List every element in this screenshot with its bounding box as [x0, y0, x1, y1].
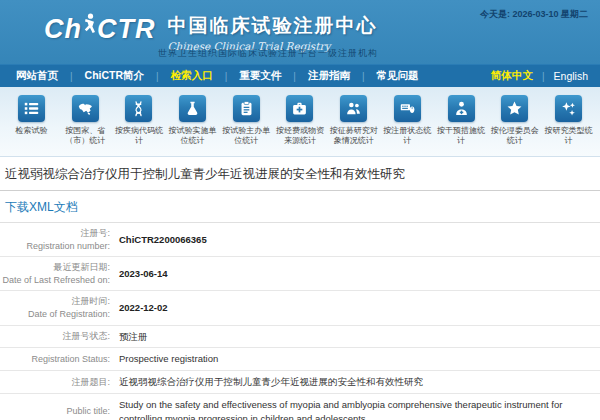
main-nav: 网站首页 ChiCTR简介 检索入口 重要文件 注册指南 常见问题 简体中文 |… — [0, 64, 600, 87]
lang-english[interactable]: English — [554, 70, 588, 82]
strip-item-search-trials[interactable]: 检索试验 — [5, 95, 58, 156]
strip-item-label: 按国家、省（市）统计 — [59, 126, 111, 147]
strip-item-by-study-type[interactable]: 按研究类型统计 — [542, 95, 595, 156]
nav-item-important-docs[interactable]: 重要文件 — [235, 69, 285, 83]
keyboard-mouse-icon — [394, 95, 421, 122]
strip-item-by-sponsor-unit[interactable]: 按试验主办单位统计 — [220, 95, 273, 156]
table-row-last-refreshed: 最近更新日期: Date of Last Refreshed on: 2023-… — [0, 257, 600, 291]
field-label: Public title: — [0, 393, 110, 420]
chictr-logo[interactable]: Ch CTR — [44, 13, 156, 46]
language-switch: 简体中文 | English — [491, 69, 588, 83]
field-value: 近视弱视综合治疗仪用于控制儿童青少年近视进展的安全性和有效性研究 — [110, 371, 600, 394]
strip-item-by-implementing-unit[interactable]: 按试验实施单位统计 — [166, 95, 219, 156]
strip-item-label: 按疾病代码统计 — [113, 126, 165, 147]
nav-item-about[interactable]: ChiCTR简介 — [81, 69, 149, 83]
strip-item-label: 按试验实施单位统计 — [167, 126, 219, 147]
field-label: 注册题目: — [0, 371, 110, 394]
table-row-registration-number: 注册号: Registration number: ChiCTR22000663… — [0, 223, 600, 257]
strip-item-label: 按经费或物资来源统计 — [274, 126, 326, 147]
runner-icon — [82, 13, 97, 46]
field-value: Study on the safety and effectiveness of… — [110, 393, 600, 420]
medkit-icon — [286, 95, 313, 122]
nav-item-home[interactable]: 网站首页 — [12, 69, 62, 83]
strip-item-by-disease-code[interactable]: 按疾病代码统计 — [112, 95, 165, 156]
strip-item-by-intervention[interactable]: 按干预措施统计 — [435, 95, 488, 156]
strip-item-by-funding-source[interactable]: 按经费或物资来源统计 — [273, 95, 326, 156]
list-numbers-icon — [18, 95, 45, 122]
flask-icon — [179, 95, 206, 122]
xml-download-bar: 下载XML文档 — [0, 191, 600, 223]
separator: | — [542, 71, 545, 82]
table-row-registration-date: 注册时间: Date of Registration: 2022-12-02 — [0, 291, 600, 325]
field-label: 注册号: Registration number: — [0, 223, 110, 257]
page: 今天是: 2026-03-10 星期二 Ch CTR 中国临床试验注册中心 Ch… — [0, 0, 600, 420]
who-registry-line: 世界卫生组织国际临床试验注册平台一级注册机构 — [158, 47, 378, 60]
strip-item-by-country-province[interactable]: 按国家、省（市）统计 — [59, 95, 112, 156]
strip-item-label: 检索试验 — [6, 126, 58, 136]
table-row-registration-status-en: Registration Status: Prospective registr… — [0, 348, 600, 371]
nav-item-registration-guide[interactable]: 注册指南 — [304, 69, 354, 83]
field-value: ChiCTR2200066365 — [110, 223, 600, 257]
field-label: 最近更新日期: Date of Last Refreshed on: — [0, 257, 110, 291]
clipboard-icon — [233, 95, 260, 122]
sparkles-icon — [555, 95, 582, 122]
strip-item-label: 按干预措施统计 — [435, 126, 487, 147]
field-label: 注册时间: Date of Registration: — [0, 291, 110, 325]
field-value: 预注册 — [110, 325, 600, 348]
doctor-icon — [448, 95, 475, 122]
statistics-icon-strip: 检索试验 按国家、省（市）统计 按疾病代码统计 按试验实施单位统计 按试验主办单… — [0, 87, 600, 157]
nav-item-faq[interactable]: 常见问题 — [373, 69, 423, 83]
nav-list: 网站首页 ChiCTR简介 检索入口 重要文件 注册指南 常见问题 — [12, 69, 423, 83]
lang-simplified-chinese[interactable]: 简体中文 — [491, 69, 533, 83]
people-icon — [340, 95, 367, 122]
strip-item-label: 按注册状态统计 — [381, 126, 433, 147]
trial-title: 近视弱视综合治疗仪用于控制儿童青少年近视进展的安全性和有效性研究 — [0, 157, 600, 191]
field-value: 2022-12-02 — [110, 291, 600, 325]
dna-icon — [125, 95, 152, 122]
field-value: 2023-06-14 — [110, 257, 600, 291]
table-row-registration-status-cn: 注册号状态: 预注册 — [0, 325, 600, 348]
strip-item-label: 按试验主办单位统计 — [220, 126, 272, 147]
nav-item-search-entry[interactable]: 检索入口 — [167, 69, 217, 83]
strip-item-by-registration-status[interactable]: 按注册状态统计 — [381, 95, 434, 156]
site-name-cn: 中国临床试验注册中心 — [168, 13, 378, 39]
logo-text-left: Ch — [44, 14, 82, 45]
table-row-public-title-cn: 注册题目: 近视弱视综合治疗仪用于控制儿童青少年近视进展的安全性和有效性研究 — [0, 371, 600, 394]
download-xml-link[interactable]: 下载XML文档 — [5, 200, 78, 214]
current-date: 今天是: 2026-03-10 星期二 — [480, 8, 588, 21]
trial-detail-table: 注册号: Registration number: ChiCTR22000663… — [0, 223, 600, 420]
field-value: Prospective registration — [110, 348, 600, 371]
strip-item-label: 按伦理委员会统计 — [489, 126, 541, 147]
world-map-icon — [72, 95, 99, 122]
star-icon — [501, 95, 528, 122]
trial-detail-main: 近视弱视综合治疗仪用于控制儿童青少年近视进展的安全性和有效性研究 下载XML文档… — [0, 157, 600, 420]
site-header: 今天是: 2026-03-10 星期二 Ch CTR 中国临床试验注册中心 Ch… — [0, 0, 600, 64]
strip-item-by-recruitment-status[interactable]: 按征募研究对象情况统计 — [327, 95, 380, 156]
strip-item-by-ethics-committee[interactable]: 按伦理委员会统计 — [488, 95, 541, 156]
strip-item-label: 按征募研究对象情况统计 — [328, 126, 380, 147]
logo-text-right: CTR — [97, 14, 156, 45]
field-label: Registration Status: — [0, 348, 110, 371]
strip-item-label: 按研究类型统计 — [542, 126, 594, 147]
field-label: 注册号状态: — [0, 325, 110, 348]
table-row-public-title-en: Public title: Study on the safety and ef… — [0, 393, 600, 420]
